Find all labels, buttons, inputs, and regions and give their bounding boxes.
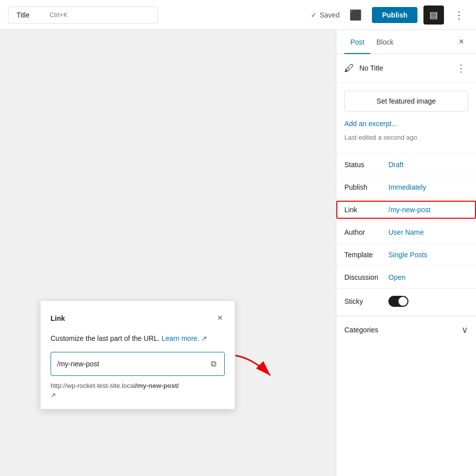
- sticky-label: Sticky: [344, 297, 384, 305]
- link-input[interactable]: [57, 360, 209, 368]
- url-prefix: http://wp-rocket-test-site.local: [51, 382, 135, 389]
- divider-7: [336, 288, 476, 289]
- monitor-icon: ⬛: [349, 9, 362, 21]
- link-value[interactable]: /my-new-post: [388, 206, 468, 214]
- discussion-value[interactable]: Open: [388, 273, 468, 281]
- copy-icon: ⧉: [211, 359, 216, 368]
- categories-section[interactable]: Categories ∨: [336, 316, 476, 343]
- sidebar-toggle-button[interactable]: ▤: [423, 6, 444, 25]
- excerpt-link[interactable]: Add an excerpt...: [344, 120, 468, 128]
- toolbar: Title Ctrl+K ✓ Saved ⬛ Publish ▤ ⋮: [0, 0, 476, 30]
- copy-button[interactable]: ⧉: [209, 357, 218, 370]
- categories-label: Categories: [344, 326, 378, 334]
- divider-2: [336, 176, 476, 176]
- link-popup-title: Link: [51, 314, 65, 322]
- link-external-icon[interactable]: ↗: [51, 391, 225, 399]
- post-header: 🖊 No Title ⋮: [336, 54, 476, 83]
- saved-label: Saved: [320, 11, 340, 19]
- link-url: http://wp-rocket-test-site.local/my-new-…: [51, 382, 225, 389]
- status-label: Status: [344, 161, 384, 169]
- publish-row: Publish Immediately: [336, 178, 476, 196]
- template-row: Template Single Posts: [336, 246, 476, 264]
- sidebar-close-button[interactable]: ×: [454, 33, 468, 51]
- saved-status: ✓ Saved: [311, 11, 340, 19]
- template-label: Template: [344, 251, 384, 259]
- more-options-button[interactable]: ⋮: [450, 5, 468, 25]
- link-popup: Link × Customize the last part of the UR…: [40, 300, 235, 409]
- link-input-wrapper[interactable]: ⧉: [51, 352, 225, 376]
- toolbar-right: ✓ Saved ⬛ Publish ▤ ⋮: [311, 5, 468, 25]
- sidebar-tabs: Post Block ×: [336, 30, 476, 54]
- monitor-button[interactable]: ⬛: [345, 5, 366, 25]
- editor-area[interactable]: Link × Customize the last part of the UR…: [0, 30, 336, 476]
- discussion-label: Discussion: [344, 273, 384, 281]
- more-icon: ⋮: [454, 9, 464, 21]
- title-shortcut-hint[interactable]: Title Ctrl+K: [8, 7, 158, 24]
- post-header-left: 🖊 No Title: [344, 63, 383, 74]
- author-label: Author: [344, 228, 384, 236]
- tab-post[interactable]: Post: [344, 30, 370, 54]
- post-icon: 🖊: [344, 63, 354, 74]
- sidebar: Post Block × 🖊 No Title ⋮ Set featured i…: [336, 30, 476, 476]
- author-value[interactable]: User Name: [388, 228, 468, 236]
- shortcut-text: Ctrl+K: [50, 11, 68, 19]
- post-title: No Title: [359, 64, 383, 72]
- template-value[interactable]: Single Posts: [388, 251, 468, 259]
- divider-4: [336, 221, 476, 221]
- link-popup-header: Link ×: [51, 311, 225, 325]
- author-row: Author User Name: [336, 223, 476, 241]
- featured-image-button[interactable]: Set featured image: [344, 91, 468, 112]
- check-icon: ✓: [311, 11, 317, 19]
- sidebar-icon: ▤: [429, 10, 438, 21]
- publish-button[interactable]: Publish: [372, 7, 417, 23]
- main-content: Link × Customize the last part of the UR…: [0, 30, 476, 476]
- link-popup-description: Customize the last part of the URL. Lear…: [51, 333, 225, 344]
- sticky-toggle[interactable]: [388, 296, 408, 307]
- last-edited-text: Last edited a second ago.: [344, 134, 468, 141]
- divider-3: [336, 198, 476, 199]
- publish-label: Publish: [344, 183, 384, 191]
- link-label: Link: [344, 206, 384, 214]
- post-more-button[interactable]: ⋮: [454, 60, 468, 76]
- discussion-row: Discussion Open: [336, 268, 476, 286]
- divider-1: [336, 153, 476, 154]
- status-row: Status Draft: [336, 156, 476, 174]
- chevron-down-icon: ∨: [461, 324, 468, 335]
- url-slug: /my-new-post/: [135, 382, 179, 389]
- sticky-row: Sticky: [336, 291, 476, 312]
- divider-6: [336, 266, 476, 266]
- divider-5: [336, 243, 476, 244]
- link-popup-desc-text: Customize the last part of the URL.: [51, 334, 160, 342]
- title-hint-text: Title: [17, 11, 30, 19]
- status-value[interactable]: Draft: [388, 161, 468, 169]
- toolbar-left: Title Ctrl+K: [8, 7, 311, 24]
- learn-more-link[interactable]: Learn more. ↗: [162, 334, 207, 342]
- tab-block[interactable]: Block: [370, 30, 399, 54]
- link-row: Link /my-new-post: [336, 201, 476, 219]
- link-popup-close-button[interactable]: ×: [215, 311, 225, 325]
- publish-value[interactable]: Immediately: [388, 183, 468, 191]
